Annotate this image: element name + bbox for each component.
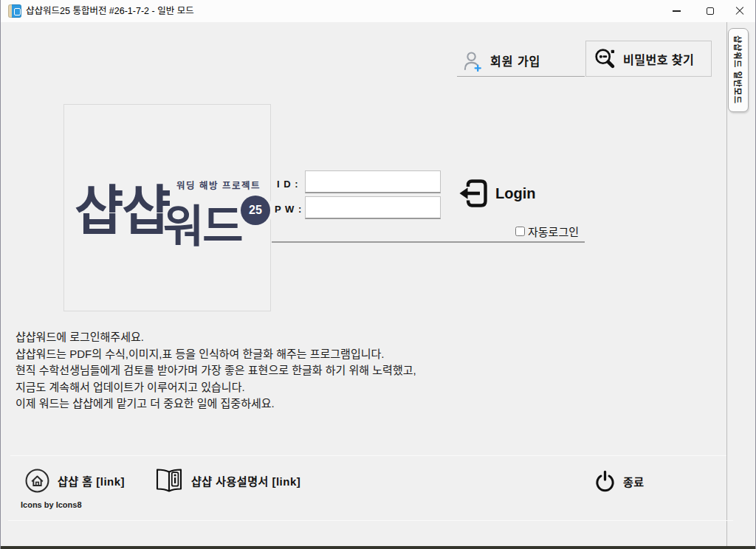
footer-top-divider — [10, 455, 726, 456]
description-line: 현직 수학선생님들에게 검토를 받아가며 가장 좋은 표현으로 한글화 하기 위… — [16, 362, 488, 379]
signup-divider — [457, 76, 585, 77]
auto-login-checkbox[interactable] — [515, 227, 525, 236]
home-icon — [24, 468, 50, 494]
auto-login-checkbox-row[interactable]: 자동로그인 — [515, 224, 579, 239]
person-add-icon — [463, 50, 481, 72]
app-window: { "window": { "title": "샵샵워드25 통합버전 #26-… — [0, 0, 756, 549]
description-block: 샵샵워드에 로그인해주세요. 샵샵워드는 PDF의 수식,이미지,표 등을 인식… — [16, 329, 488, 412]
logo-badge-25: 25 — [241, 196, 270, 225]
manual-book-icon — [154, 468, 184, 494]
pw-label: P W : — [275, 204, 302, 215]
minimize-icon — [673, 10, 681, 12]
find-password-button[interactable]: 비밀번호 찾기 — [585, 41, 712, 77]
description-line: 이제 워드는 샵샵에게 맡기고 더 중요한 일에 집중하세요. — [16, 396, 488, 412]
login-label: Login — [495, 185, 535, 202]
id-input[interactable] — [305, 170, 441, 193]
auto-login-label: 자동로그인 — [528, 224, 579, 239]
signup-link[interactable]: 회원 가입 — [463, 46, 584, 75]
logo-word-word: 워드 — [163, 190, 241, 255]
find-password-label: 비밀번호 찾기 — [623, 50, 694, 68]
password-search-icon — [594, 46, 617, 71]
title-bar: 샵샵워드25 통합버전 #26-1-7-2 - 일반 모드 — [1, 0, 756, 22]
exit-button[interactable]: 종료 — [594, 469, 645, 493]
signup-label: 회원 가입 — [490, 52, 540, 69]
id-label: I D : — [277, 179, 299, 190]
footer-bottom-divider — [8, 520, 733, 521]
description-line: 지금도 계속해서 업데이트가 이루어지고 있습니다. — [16, 379, 488, 396]
side-tab-label: 샵샵워드 일반모드 — [732, 35, 744, 104]
logo-word-shopshop: 샵샵 — [75, 167, 169, 244]
description-line: 샵샵워드는 PDF의 수식,이미지,표 등을 인식하여 한글화 해주는 프로그램… — [16, 346, 488, 363]
power-icon — [594, 470, 616, 493]
manual-link-label: 샵샵 사용설명서 [link] — [191, 473, 300, 488]
side-tab-normal-mode[interactable]: 샵샵워드 일반모드 — [728, 28, 749, 112]
login-button[interactable]: Login — [457, 175, 543, 212]
home-link-label: 샵샵 홈 [link] — [58, 473, 125, 488]
window-title: 샵샵워드25 통합버전 #26-1-7-2 - 일반 모드 — [26, 0, 194, 22]
description-line: 샵샵워드에 로그인해주세요. — [16, 329, 488, 346]
close-button[interactable] — [723, 0, 756, 22]
form-divider — [272, 241, 585, 243]
app-icon — [8, 4, 21, 18]
home-link[interactable]: 샵샵 홈 [link] — [24, 467, 125, 494]
icons8-credit: Icons by Icons8 — [21, 500, 82, 509]
pw-input[interactable] — [305, 196, 441, 219]
window-bottom-edge — [1, 546, 756, 549]
login-arrow-icon — [457, 177, 489, 210]
manual-link[interactable]: 샵샵 사용설명서 [link] — [154, 467, 300, 494]
maximize-icon — [707, 7, 714, 15]
logo-box: 워딩 해방 프로젝트 샵샵 워드 25 — [63, 104, 271, 311]
minimize-button[interactable] — [659, 0, 693, 22]
client-area-right-border — [726, 22, 727, 546]
close-icon — [735, 7, 744, 15]
exit-label: 종료 — [623, 474, 645, 489]
